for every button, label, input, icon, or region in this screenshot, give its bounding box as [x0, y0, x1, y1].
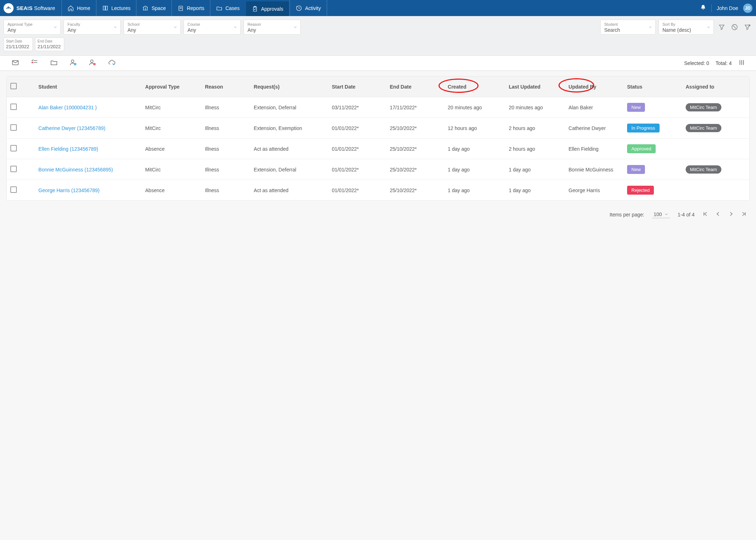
- folder-icon[interactable]: [49, 59, 59, 68]
- page-prev-icon[interactable]: [715, 211, 721, 218]
- filter-course[interactable]: CourseAny: [184, 20, 241, 35]
- assigned-chip: MitCirc Team: [686, 165, 721, 174]
- filter-sort-by[interactable]: Sort By Name (desc): [659, 20, 714, 35]
- user-avatar[interactable]: JD: [743, 4, 752, 13]
- page-last-icon[interactable]: [741, 211, 747, 218]
- table-row[interactable]: Bonnie McGuinness (123456895)MitCircIlln…: [7, 159, 749, 180]
- pagination: Items per page: 100 1-4 of 4: [0, 206, 756, 225]
- nav-lectures[interactable]: Lectures: [96, 0, 136, 16]
- total-count: Total: 4: [716, 60, 732, 66]
- table-row[interactable]: Ellen Fielding (123456789)AbsenceIllness…: [7, 139, 749, 159]
- topbar: SEAtS Software HomeLecturesSpaceReportsC…: [0, 0, 756, 16]
- filter-start-date[interactable]: Start Date 21/11/2022: [4, 38, 33, 51]
- row-checkbox[interactable]: [10, 186, 17, 193]
- chevron-down-icon: [113, 25, 117, 29]
- selected-count: Selected: 0: [684, 60, 709, 66]
- assigned-chip: MitCirc Team: [686, 124, 721, 132]
- brand: SEAtS Software: [4, 3, 61, 13]
- chevron-down-icon: [293, 25, 297, 29]
- page-range: 1-4 of 4: [678, 212, 695, 218]
- clipboard-icon: [252, 6, 258, 12]
- brand-name: SEAtS Software: [16, 5, 55, 11]
- status-badge: Rejected: [627, 186, 654, 195]
- filter-bar: Approval TypeAnyFacultyAnySchoolAnyCours…: [0, 16, 756, 56]
- student-link[interactable]: Alan Baker (1000004231 ): [39, 105, 97, 110]
- filter-faculty[interactable]: FacultyAny: [64, 20, 121, 35]
- filter-reason[interactable]: ReasonAny: [244, 20, 301, 35]
- page-next-icon[interactable]: [728, 211, 734, 218]
- col-end-date[interactable]: End Date: [386, 76, 444, 97]
- action-toolbar: Selected: 0 Total: 4: [0, 56, 756, 71]
- approvals-table-panel: Student Approval Type Reason Request(s) …: [6, 76, 750, 201]
- mail-icon[interactable]: [11, 59, 20, 68]
- home-icon: [67, 5, 74, 11]
- main-nav: HomeLecturesSpaceReportsCasesApprovalsAc…: [61, 0, 327, 16]
- row-checkbox[interactable]: [10, 145, 17, 151]
- assigned-chip: MitCirc Team: [686, 103, 721, 111]
- brand-logo: [4, 3, 14, 13]
- chevron-down-icon: [173, 25, 177, 29]
- nav-approvals[interactable]: Approvals: [246, 1, 289, 16]
- folder-icon: [216, 5, 222, 11]
- user-name[interactable]: John Doe: [717, 5, 738, 11]
- col-status[interactable]: Status: [624, 76, 682, 97]
- svg-line-7: [733, 26, 736, 29]
- student-link[interactable]: Catherine Dwyer (123456789): [39, 125, 106, 131]
- status-badge: New: [627, 103, 645, 112]
- col-created[interactable]: Created: [444, 76, 505, 97]
- filter-icon[interactable]: [717, 22, 727, 32]
- filter-approval-type[interactable]: Approval TypeAny: [4, 20, 61, 35]
- clock-icon: [296, 5, 302, 11]
- items-per-page-label: Items per page:: [610, 212, 644, 218]
- row-checkbox[interactable]: [10, 104, 17, 110]
- clear-icon[interactable]: [730, 22, 740, 32]
- col-approval-type[interactable]: Approval Type: [142, 76, 201, 97]
- user-remove-icon[interactable]: [88, 59, 97, 68]
- row-checkbox[interactable]: [10, 166, 17, 172]
- col-updated-by[interactable]: Updated By: [565, 76, 624, 97]
- student-link[interactable]: Ellen Fielding (123456789): [39, 146, 98, 152]
- student-link[interactable]: Bonnie McGuinness (123456895): [39, 167, 113, 172]
- col-assigned-to[interactable]: Assigned to: [682, 76, 749, 97]
- report-icon: [177, 5, 184, 11]
- col-reason[interactable]: Reason: [201, 76, 250, 97]
- filter-settings-icon[interactable]: [742, 22, 752, 32]
- nav-cases[interactable]: Cases: [210, 0, 245, 16]
- approvals-table: Student Approval Type Reason Request(s) …: [7, 76, 749, 200]
- filter-end-date[interactable]: End Date 21/11/2022: [35, 38, 64, 51]
- filter-student-search[interactable]: Student Search: [600, 20, 656, 35]
- table-row[interactable]: George Harris (123456789)AbsenceIllnessA…: [7, 180, 749, 201]
- col-student[interactable]: Student: [35, 76, 142, 97]
- student-link[interactable]: George Harris (123456789): [39, 188, 100, 193]
- table-row[interactable]: Catherine Dwyer (123456789)MitCircIllnes…: [7, 118, 749, 139]
- row-checkbox[interactable]: [10, 124, 17, 131]
- table-row[interactable]: Alan Baker (1000004231 )MitCircIllnessEx…: [7, 97, 749, 118]
- nav-space[interactable]: Space: [136, 0, 171, 16]
- status-badge: Approved: [627, 144, 656, 153]
- chevron-down-icon: [233, 25, 237, 29]
- checklist-icon[interactable]: [30, 59, 39, 68]
- nav-reports[interactable]: Reports: [171, 0, 210, 16]
- page-first-icon[interactable]: [702, 211, 708, 218]
- col-last-updated[interactable]: Last Updated: [505, 76, 565, 97]
- cloud-sync-icon[interactable]: [107, 59, 116, 68]
- items-per-page-select[interactable]: 100: [652, 211, 670, 218]
- svg-point-15: [71, 60, 74, 62]
- bell-icon[interactable]: [700, 4, 706, 12]
- filter-school[interactable]: SchoolAny: [124, 20, 181, 35]
- status-badge: New: [627, 165, 645, 174]
- status-badge: In Progress: [627, 124, 659, 132]
- chevron-down-icon: [53, 25, 57, 29]
- svg-point-19: [91, 60, 93, 62]
- col-start-date[interactable]: Start Date: [328, 76, 386, 97]
- select-all-checkbox[interactable]: [10, 83, 17, 89]
- book-icon: [102, 5, 109, 11]
- user-add-icon[interactable]: [69, 59, 78, 68]
- nav-home[interactable]: Home: [61, 0, 96, 16]
- columns-icon[interactable]: [738, 59, 745, 67]
- bank-icon: [142, 5, 149, 11]
- nav-activity[interactable]: Activity: [290, 0, 327, 16]
- col-requests[interactable]: Request(s): [250, 76, 329, 97]
